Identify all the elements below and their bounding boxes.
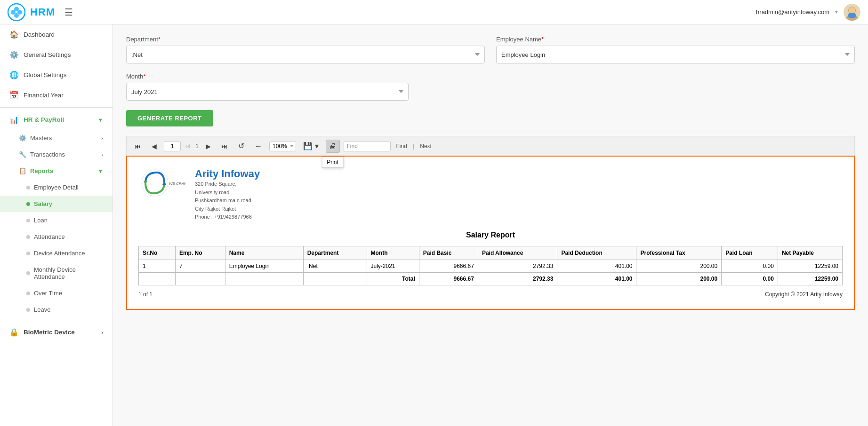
sidebar-item-general-settings[interactable]: ⚙️ General Settings (0, 45, 113, 65)
employee-name-select[interactable]: Employee Login (496, 46, 855, 63)
hr-payroll-icon: 📊 (9, 115, 19, 124)
cell-paid-deduction: 401.00 (557, 260, 636, 272)
sidebar-item-leave[interactable]: Leave (0, 301, 113, 318)
user-email: hradmin@arityinfoway.com (756, 8, 829, 16)
main-content: Department* .Net Employee Name* Employee… (113, 24, 868, 426)
form-row-2: Month* July 2021 (126, 73, 855, 101)
sidebar-label-dashboard: Dashboard (24, 31, 55, 38)
transactions-chevron: › (101, 152, 103, 158)
cell-net-payable: 12259.00 (778, 260, 842, 272)
company-name: Arity Infoway (195, 168, 260, 180)
cell-professional-tax: 200.00 (636, 260, 722, 272)
next-page-button[interactable]: ▶ (202, 140, 214, 152)
hamburger-icon[interactable]: ☰ (64, 7, 73, 18)
leave-dot (26, 308, 30, 312)
cell-paid-basic: 9666.67 (419, 260, 478, 272)
cell-name: Employee Login (225, 260, 303, 272)
avatar (844, 4, 860, 21)
cell-month: July-2021 (367, 260, 419, 272)
hrm-logo-icon (8, 3, 25, 21)
sidebar-label-masters: Masters (30, 134, 52, 142)
sidebar-item-over-time[interactable]: Over Time (0, 285, 113, 301)
biometric-chevron: › (101, 330, 103, 335)
col-sr-no: Sr.No (139, 246, 176, 260)
sidebar-item-masters[interactable]: ⚙️ Masters › (0, 130, 113, 146)
total-paid-basic: 9666.67 (419, 272, 478, 285)
company-name-area: Arity Infoway 320 Pride Square, Universi… (195, 168, 260, 221)
user-dropdown-icon[interactable]: ▼ (834, 9, 839, 15)
month-label: Month* (126, 73, 409, 80)
top-header: HRM ☰ hradmin@arityinfoway.com ▼ (0, 0, 868, 24)
prev-page-button[interactable]: ◀ (148, 140, 160, 152)
find-button[interactable]: Find (394, 142, 409, 150)
department-select[interactable]: .Net (126, 46, 485, 63)
month-select[interactable]: July 2021 (126, 83, 409, 101)
col-paid-loan: Paid Loan (722, 246, 778, 260)
layout: 🏠 Dashboard ⚙️ General Settings 🌐 Global… (0, 24, 868, 426)
first-page-button[interactable]: ⏮ (131, 140, 145, 152)
sidebar-item-monthly-device-attendance[interactable]: Monthly Device Attendance (0, 261, 113, 285)
salary-dot (26, 202, 30, 206)
sidebar-label-financial-year: Financial Year (24, 92, 64, 99)
employee-name-label: Employee Name* (496, 36, 855, 43)
total-paid-deduction: 401.00 (557, 272, 636, 285)
sidebar-label-global-settings: Global Settings (24, 71, 67, 79)
last-page-button[interactable]: ⏭ (218, 140, 231, 152)
hr-payroll-chevron: ▼ (98, 117, 103, 123)
sidebar-label-transactions: Transactions (30, 151, 65, 158)
form-row-1: Department* .Net Employee Name* Employee… (126, 36, 855, 63)
svg-rect-8 (848, 13, 856, 18)
monthly-device-attendance-dot (26, 271, 30, 275)
sidebar-item-loan[interactable]: Loan (0, 212, 113, 229)
sidebar-item-hr-payroll[interactable]: 📊 HR & PayRoll ▼ (0, 110, 113, 130)
sidebar-item-employee-detail[interactable]: Employee Detail (0, 179, 113, 196)
col-paid-basic: Paid Basic (419, 246, 478, 260)
sidebar-label-over-time: Over Time (34, 290, 62, 297)
next-find-button[interactable]: Next (418, 142, 434, 150)
sidebar-item-reports[interactable]: 📋 Reports ▼ (0, 163, 113, 179)
generate-report-button[interactable]: GENERATE REPORT (126, 110, 213, 126)
col-paid-deduction: Paid Deduction (557, 246, 636, 260)
sidebar-item-biometric-device[interactable]: 🔒 BioMetric Device › (0, 322, 113, 342)
zoom-select[interactable]: 100% (269, 141, 296, 151)
company-address: 320 Pride Square, University road Pushka… (195, 180, 260, 221)
device-attendance-dot (26, 252, 30, 255)
save-button[interactable]: 💾 ▾ (300, 139, 321, 153)
department-label: Department* (126, 36, 485, 43)
sidebar-item-device-attendance[interactable]: Device Attendance (0, 245, 113, 261)
table-header-row: Sr.No Emp. No Name Department Month Paid… (139, 246, 843, 260)
sidebar-label-hr-payroll: HR & PayRoll (24, 116, 64, 123)
find-input[interactable] (344, 141, 391, 151)
page-total-label: 1 (195, 142, 199, 150)
biometric-icon: 🔒 (9, 328, 19, 337)
cell-department: .Net (303, 260, 367, 272)
col-emp-no: Emp. No (175, 246, 225, 260)
salary-table: Sr.No Emp. No Name Department Month Paid… (138, 246, 843, 285)
reports-icon: 📋 (19, 167, 26, 174)
col-department: Department (303, 246, 367, 260)
sidebar-item-attendance[interactable]: Attendance (0, 229, 113, 245)
print-button[interactable]: 🖨 (326, 140, 340, 153)
sidebar-item-transactions[interactable]: 🔧 Transactions › (0, 146, 113, 163)
cell-emp-no: 7 (175, 260, 225, 272)
sidebar-label-monthly-device-attendance: Monthly Device Attendance (34, 266, 103, 280)
employee-detail-dot (26, 186, 30, 189)
transactions-icon: 🔧 (19, 151, 26, 158)
page-number-input[interactable] (164, 141, 181, 151)
company-logo: WE CRAFT YOUR BUSINESS (138, 168, 185, 198)
sidebar-item-dashboard[interactable]: 🏠 Dashboard (0, 24, 113, 45)
table-row: 1 7 Employee Login .Net July-2021 9666.6… (139, 260, 843, 272)
sidebar-label-reports: Reports (30, 167, 53, 174)
sidebar-item-global-settings[interactable]: 🌐 Global Settings (0, 65, 113, 85)
sidebar-item-salary[interactable]: Salary (0, 196, 113, 212)
report-title: Salary Report (138, 231, 843, 239)
total-paid-loan: 0.00 (722, 272, 778, 285)
refresh-button[interactable]: ↺ (235, 139, 248, 153)
sidebar-item-financial-year[interactable]: 📅 Financial Year (0, 85, 113, 105)
footer-page-info: 1 of 1 (138, 291, 153, 298)
sidebar-divider-1 (0, 107, 113, 108)
back-button[interactable]: ← (251, 140, 265, 153)
cell-paid-loan: 0.00 (722, 260, 778, 272)
sidebar-label-leave: Leave (34, 306, 50, 313)
salary-table-body: 1 7 Employee Login .Net July-2021 9666.6… (139, 260, 843, 285)
